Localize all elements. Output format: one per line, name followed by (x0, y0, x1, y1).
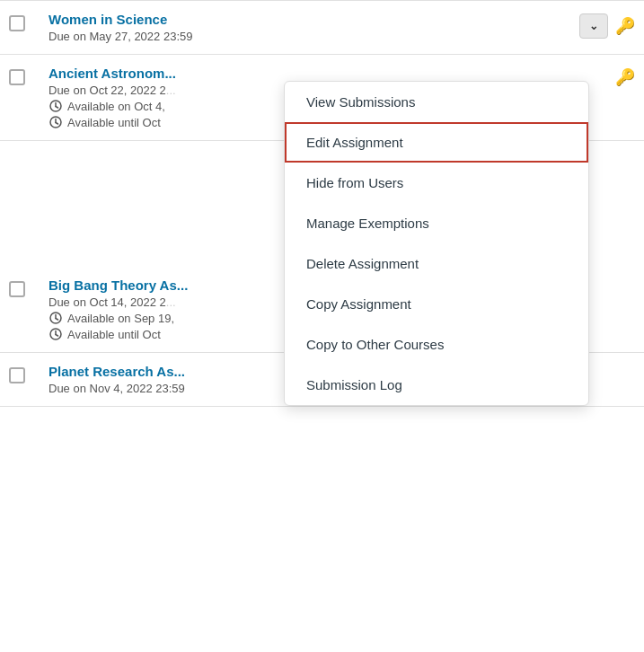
key-icon-1: 🔑 (615, 16, 635, 36)
svg-line-5 (56, 123, 58, 125)
checkbox-cell-4 (9, 364, 45, 383)
hide-from-users-item[interactable]: Hide from Users (285, 163, 588, 203)
dropdown-menu: View Submissions Edit Assignment Hide fr… (284, 81, 589, 406)
svg-line-8 (56, 319, 58, 321)
assignment-row-1: Women in Science Due on May 27, 2022 23:… (0, 0, 644, 55)
checkbox-cell-2 (9, 66, 45, 85)
checkbox-cell-3 (9, 278, 45, 297)
clock-icon-3b (49, 327, 63, 341)
available-text-3a: Available on Sep 19, (67, 312, 174, 325)
svg-line-2 (56, 107, 58, 109)
assignment-title-4[interactable]: Planet Research As (49, 364, 174, 379)
clock-icon-2b (49, 115, 63, 129)
available-text-2a: Available on Oct 4, (67, 100, 165, 113)
checkbox-4[interactable] (9, 367, 25, 383)
view-submissions-item[interactable]: View Submissions (285, 82, 588, 122)
assignment-due-1: Due on May 27, 2022 23:59 (49, 30, 579, 43)
submission-log-item[interactable]: Submission Log (285, 365, 588, 405)
checkbox-2[interactable] (9, 69, 25, 85)
assignment-title-2[interactable]: Ancient Astronom (49, 66, 164, 81)
checkbox-cell-1 (9, 12, 45, 31)
assignment-title-3[interactable]: Big Bang Theory As (49, 278, 177, 293)
copy-assignment-item[interactable]: Copy Assignment (285, 284, 588, 324)
checkbox-1[interactable] (9, 15, 25, 31)
action-icons-2: 🔑 (615, 66, 635, 87)
chevron-down-icon-1: ⌄ (589, 20, 598, 32)
manage-exemptions-item[interactable]: Manage Exemptions (285, 203, 588, 243)
edit-assignment-item[interactable]: Edit Assignment (285, 122, 588, 163)
available-until-text-3: Available until Oct (67, 328, 161, 341)
delete-assignment-item[interactable]: Delete Assignment (285, 243, 588, 284)
assignment-title-1[interactable]: Women in Science (49, 12, 167, 27)
chevron-btn-1[interactable]: ⌄ (579, 13, 608, 39)
copy-to-other-courses-item[interactable]: Copy to Other Courses (285, 324, 588, 365)
clock-icon-2a (49, 99, 63, 113)
checkbox-3[interactable] (9, 281, 25, 297)
assignment-content-1: Women in Science Due on May 27, 2022 23:… (45, 12, 579, 43)
available-until-text-2: Available until Oct (67, 116, 161, 129)
svg-line-11 (56, 335, 58, 337)
key-icon-2: 🔑 (615, 67, 635, 87)
clock-icon-3a (49, 311, 63, 325)
action-icons-1: ⌄ 🔑 (579, 12, 635, 39)
